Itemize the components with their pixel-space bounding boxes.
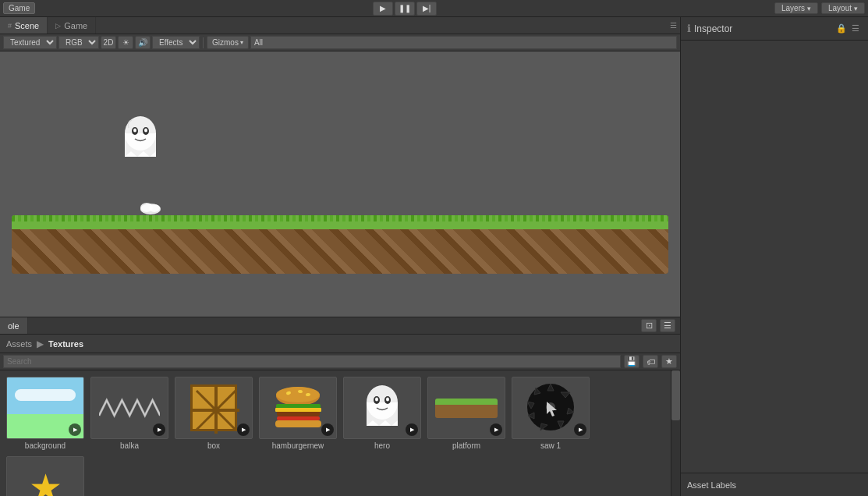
asset-play-platform[interactable]: ▶ bbox=[490, 423, 502, 436]
asset-play-saw[interactable]: ▶ bbox=[574, 423, 586, 436]
tab-scene[interactable]: # Scene bbox=[0, 17, 48, 34]
scene-content bbox=[0, 51, 680, 317]
console-tab-label: ole bbox=[8, 321, 19, 331]
game-tab-label: Game bbox=[64, 21, 87, 30]
assets-items-list: ▶ background bbox=[0, 370, 671, 496]
asset-label-box: box bbox=[207, 441, 220, 450]
assets-search-bar: 💾 🏷 ★ bbox=[0, 353, 680, 370]
asset-labels-section: Asset Labels bbox=[681, 473, 868, 496]
bottom-tab-right-btns: ⊡ ☰ bbox=[641, 317, 680, 334]
assets-scrollbar-thumb[interactable] bbox=[671, 370, 680, 420]
asset-thumb-platform: ▶ bbox=[427, 377, 505, 439]
assets-scrollbar[interactable] bbox=[671, 370, 680, 496]
svg-point-9 bbox=[149, 204, 160, 212]
render-mode-select[interactable]: Textured bbox=[3, 36, 57, 49]
2d-mode-btn[interactable]: 2D bbox=[101, 36, 116, 49]
svg-point-15 bbox=[276, 387, 320, 402]
inspector-lock-btn[interactable]: 🔒 bbox=[835, 23, 848, 35]
assets-breadcrumb-assets[interactable]: Assets bbox=[6, 339, 32, 349]
asset-thumb-hamburgernew: ▶ bbox=[259, 377, 337, 439]
tab-game[interactable]: ▷ Game bbox=[48, 17, 96, 34]
asset-item-box[interactable]: ▶ box bbox=[175, 377, 253, 450]
platform-preview bbox=[435, 399, 498, 418]
ghost-character bbox=[121, 114, 160, 165]
cloud-object bbox=[139, 200, 162, 215]
asset-thumb-balka: ▶ bbox=[90, 377, 168, 439]
asset-label-hamburgernew: hamburgernew bbox=[272, 441, 324, 450]
assets-content: ▶ background bbox=[0, 370, 680, 496]
top-bar-left: Game bbox=[0, 2, 35, 14]
asset-label-balka: balka bbox=[120, 441, 139, 450]
assets-save-btn[interactable]: 💾 bbox=[624, 355, 639, 368]
scene-toolbar: Textured RGB 2D ☀ 🔊 Effects Gizmos bbox=[0, 34, 680, 51]
bottom-lock-btn[interactable]: ⊡ bbox=[641, 319, 657, 332]
svg-point-29 bbox=[375, 397, 378, 401]
layout-dropdown[interactable]: Layout bbox=[821, 2, 865, 14]
asset-label-platform: platform bbox=[452, 441, 480, 450]
step-button[interactable]: ▶| bbox=[416, 2, 437, 16]
bottom-tabs: ole ⊡ ☰ bbox=[0, 317, 680, 335]
asset-play-hamburgernew[interactable]: ▶ bbox=[321, 423, 334, 436]
asset-thumb-box: ▶ bbox=[175, 377, 253, 439]
asset-thumb-saw: ▶ bbox=[512, 377, 590, 439]
asset-item-star[interactable]: ★ ▶ star bbox=[6, 456, 84, 496]
game-play-icon: ▷ bbox=[55, 22, 61, 30]
top-bar-right: Layers Layout bbox=[774, 2, 868, 14]
inspector-title: Inspector bbox=[694, 23, 732, 34]
inspector-header: ℹ Inspector 🔒 ☰ bbox=[681, 17, 868, 41]
asset-item-hero[interactable]: ▶ hero bbox=[343, 377, 421, 450]
scene-viewport[interactable] bbox=[0, 51, 680, 317]
bottom-more-btn[interactable]: ☰ bbox=[660, 319, 675, 332]
pause-button[interactable]: ❚❚ bbox=[395, 2, 415, 16]
scene-search-input[interactable] bbox=[250, 36, 677, 49]
speaker-btn[interactable]: 🔊 bbox=[135, 36, 151, 49]
layers-dropdown[interactable]: Layers bbox=[774, 2, 818, 14]
sun-btn[interactable]: ☀ bbox=[118, 36, 133, 49]
asset-label-saw: saw 1 bbox=[540, 441, 561, 450]
svg-rect-23 bbox=[275, 420, 321, 427]
main-area: # Scene ▷ Game ☰ Textured RGB 2D ☀ 🔊 Eff… bbox=[0, 17, 868, 496]
asset-play-box[interactable]: ▶ bbox=[237, 423, 250, 436]
play-button[interactable]: ▶ bbox=[373, 2, 393, 16]
asset-item-hamburgernew[interactable]: ▶ hamburgernew bbox=[259, 377, 337, 450]
asset-item-saw[interactable]: ▶ saw 1 bbox=[512, 377, 590, 450]
toolbar-sep-1 bbox=[203, 37, 204, 48]
asset-label-background: background bbox=[25, 441, 66, 450]
grass-top bbox=[12, 215, 668, 229]
assets-breadcrumb-textures: Textures bbox=[48, 339, 83, 349]
asset-item-background[interactable]: ▶ background bbox=[6, 377, 84, 450]
svg-rect-21 bbox=[275, 408, 321, 412]
gizmos-btn[interactable]: Gizmos bbox=[207, 36, 249, 49]
breadcrumb-separator: ▶ bbox=[37, 338, 44, 349]
assets-header: Assets ▶ Textures bbox=[0, 335, 680, 353]
bottom-panel: ole ⊡ ☰ Assets ▶ Textures 💾 🏷 ★ bbox=[0, 317, 680, 496]
console-tab[interactable]: ole bbox=[0, 317, 28, 334]
asset-item-platform[interactable]: ▶ platform bbox=[427, 377, 505, 450]
assets-search-input[interactable] bbox=[3, 355, 621, 368]
asset-play-background[interactable]: ▶ bbox=[69, 423, 81, 436]
scene-hash-icon: # bbox=[8, 22, 12, 30]
assets-tag-btn[interactable]: 🏷 bbox=[643, 355, 658, 368]
scene-tabs-menu[interactable]: ☰ bbox=[670, 17, 680, 34]
asset-item-balka[interactable]: ▶ balka bbox=[90, 377, 168, 450]
assets-star-btn[interactable]: ★ bbox=[661, 355, 677, 368]
box-preview bbox=[190, 384, 237, 431]
game-label-btn[interactable]: Game bbox=[3, 2, 35, 14]
balka-preview bbox=[99, 396, 160, 420]
inspector-body bbox=[681, 41, 868, 473]
scene-tab-label: Scene bbox=[15, 21, 39, 30]
asset-play-hero[interactable]: ▶ bbox=[406, 423, 418, 436]
asset-label-hero: hero bbox=[374, 441, 390, 450]
effects-select[interactable]: Effects bbox=[152, 36, 200, 49]
color-space-select[interactable]: RGB bbox=[58, 36, 99, 49]
asset-thumb-background: ▶ bbox=[6, 377, 84, 439]
playback-controls: ▶ ❚❚ ▶| bbox=[373, 2, 437, 16]
svg-rect-22 bbox=[277, 416, 320, 420]
asset-play-balka[interactable]: ▶ bbox=[153, 423, 165, 436]
svg-point-6 bbox=[144, 129, 147, 133]
asset-thumb-hero: ▶ bbox=[343, 377, 421, 439]
saw-preview bbox=[523, 380, 578, 436]
inspector-header-btns: 🔒 ☰ bbox=[835, 23, 862, 35]
burger-preview bbox=[273, 387, 324, 430]
inspector-menu-btn[interactable]: ☰ bbox=[849, 23, 862, 35]
